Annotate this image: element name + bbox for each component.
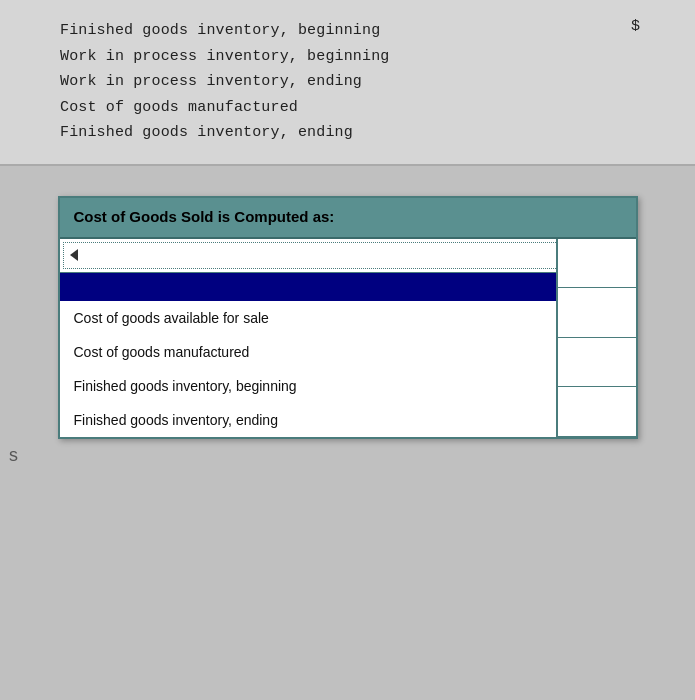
line-4: Cost of goods manufactured (60, 95, 635, 121)
list-item-4[interactable]: Finished goods inventory, ending (60, 403, 618, 437)
dropdown-selected-item[interactable] (60, 273, 618, 301)
right-panel-cell-3 (558, 338, 636, 388)
list-item-2[interactable]: Cost of goods manufactured (60, 335, 618, 369)
dropdown-list: Cost of goods available for sale Cost of… (60, 273, 618, 437)
line-3: Work in process inventory, ending (60, 69, 635, 95)
dropdown-input-row (60, 239, 636, 273)
line-5: Finished goods inventory, ending (60, 120, 635, 146)
dropdown-header-text: Cost of Goods Sold is Computed as: (74, 208, 335, 225)
right-panel (556, 239, 636, 437)
dollar-sign: $ (631, 18, 640, 35)
list-item-3[interactable]: Finished goods inventory, beginning (60, 369, 618, 403)
right-panel-cell-4 (558, 387, 636, 437)
main-area: s Cost of Goods Sold is Computed as: (0, 166, 695, 701)
dropdown-input-section: Cost of goods available for sale Cost of… (60, 239, 636, 437)
top-section: $ Finished goods inventory, beginning Wo… (0, 0, 695, 166)
list-item-1[interactable]: Cost of goods available for sale (60, 301, 618, 335)
dropdown-left: Cost of goods available for sale Cost of… (60, 239, 636, 437)
input-arrow-left-icon (70, 249, 78, 261)
right-panel-cell-1 (558, 239, 636, 289)
left-marker: s (8, 446, 19, 466)
right-panel-cell-2 (558, 288, 636, 338)
line-1: Finished goods inventory, beginning (60, 18, 635, 44)
dropdown-header: Cost of Goods Sold is Computed as: (60, 198, 636, 239)
dropdown-list-wrapper: Cost of goods available for sale Cost of… (60, 273, 636, 437)
line-2: Work in process inventory, beginning (60, 44, 635, 70)
dropdown-input-field[interactable] (63, 242, 602, 269)
dropdown-container: Cost of Goods Sold is Computed as: (58, 196, 638, 439)
